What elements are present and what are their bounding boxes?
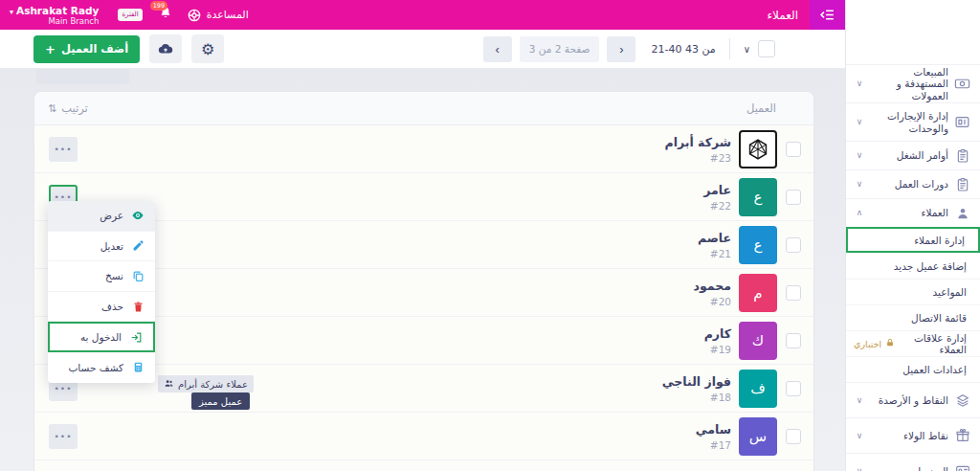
sidebar-item-work-cycles[interactable]: دورات العمل <box>846 169 980 198</box>
client-number: #23 <box>665 152 731 164</box>
copy-icon <box>131 269 145 282</box>
chevron-down-icon <box>854 179 865 190</box>
help-button[interactable]: المساعدة <box>187 8 249 23</box>
client-avatar: ع <box>739 178 777 216</box>
previous-page-button[interactable] <box>483 36 512 62</box>
next-page-button[interactable] <box>607 36 635 62</box>
beta-badge: اختباري <box>854 339 881 349</box>
calculator-icon <box>131 361 145 374</box>
sidebar-item-points-balances[interactable]: النقاط و الأرصدة <box>846 382 980 417</box>
sidebar-item-label: إدارة الإيجارات والوحدات <box>871 110 948 134</box>
menu-item-view[interactable]: عرض <box>48 201 155 232</box>
plan-badge[interactable]: الفترة <box>118 9 142 22</box>
client-name: شركة أبرام <box>665 135 731 149</box>
money-icon <box>954 76 970 92</box>
add-client-button[interactable]: أضف العميل <box>33 35 140 63</box>
client-avatar: م <box>739 274 777 312</box>
gift-icon <box>954 428 970 444</box>
row-checkbox[interactable] <box>786 285 801 301</box>
row-checkbox[interactable] <box>786 333 801 348</box>
select-all-checkbox[interactable] <box>758 40 775 57</box>
client-name: عامر <box>703 183 731 197</box>
toolbar: أضف العميل صفحة 2 من 3 21-40 من 43 <box>0 30 845 69</box>
client-name: سامي <box>696 422 731 437</box>
client-number: #21 <box>698 248 731 259</box>
user-menu[interactable]: Ashrakat Rady Main Branch <box>10 5 99 26</box>
cloud-upload-icon <box>157 40 174 57</box>
row-context-menu: عرض تعديل نسخ حذف <box>48 201 155 383</box>
client-avatar: ك <box>739 322 777 360</box>
client-name: محمود <box>694 279 731 293</box>
sidebar-item-label: المبيعات المستهدفة و العمولات <box>871 66 948 102</box>
menu-item-account-statement[interactable]: كشف حساب <box>48 352 155 383</box>
submenu-item-crm[interactable]: إدارة علاقات العملاء اختباري <box>846 330 980 356</box>
client-avatar: س <box>739 417 777 456</box>
branch-name: Main Branch <box>10 16 99 26</box>
select-all-caret-icon[interactable] <box>744 44 750 55</box>
menu-item-copy[interactable]: نسخ <box>48 261 155 292</box>
sidebar-item-label: دورات العمل <box>871 178 948 191</box>
client-name: عاصم <box>698 231 731 245</box>
submenu-item-client-settings[interactable]: إعدادات العميل <box>846 356 980 382</box>
submenu-item-add-client[interactable]: إضافة عميل جديد <box>846 253 980 279</box>
gear-icon <box>201 40 214 58</box>
row-checkbox[interactable] <box>786 237 801 253</box>
more-options-button[interactable] <box>49 137 78 162</box>
row-checkbox[interactable] <box>786 142 801 157</box>
submenu-item-contact-list[interactable]: قائمة الاتصال <box>846 304 980 330</box>
table-row[interactable]: شركة أبرام#23 <box>34 125 813 173</box>
client-number: #19 <box>704 344 731 355</box>
client-number: #20 <box>694 296 731 307</box>
client-logo <box>739 130 777 168</box>
menu-item-edit[interactable]: تعديل <box>48 232 155 262</box>
rentals-icon <box>954 114 970 130</box>
main-content: العميل ترتيب شركة أبرام#23 ع <box>0 69 845 471</box>
menu-item-delete[interactable]: حذف <box>48 292 155 323</box>
help-label: المساعدة <box>207 9 249 21</box>
clients-submenu: إدارة العملاء إضافة عميل جديد المواعيد ق… <box>846 227 980 382</box>
sidebar-item-memberships[interactable]: العضويات <box>846 453 980 471</box>
pencil-icon <box>131 239 145 253</box>
trash-icon <box>131 300 145 313</box>
more-options-button[interactable] <box>49 424 78 449</box>
sidebar-item-work-orders[interactable]: أوامر الشغل <box>846 141 980 169</box>
sidebar-item-label: العملاء <box>871 207 948 219</box>
submenu-item-manage-clients[interactable]: إدارة العملاء <box>846 227 980 253</box>
sort-column-header[interactable]: ترتيب <box>48 101 88 115</box>
settings-button[interactable] <box>191 34 224 63</box>
import-button[interactable] <box>149 34 182 63</box>
lock-icon <box>885 338 895 349</box>
client-number: #22 <box>703 200 731 212</box>
row-checkbox[interactable] <box>786 429 801 444</box>
sidebar: المبيعات المستهدفة و العمولات إدارة الإي… <box>845 0 980 471</box>
divider <box>729 38 730 59</box>
client-number: #18 <box>662 392 731 403</box>
sidebar-item-clients[interactable]: العملاء <box>846 198 980 227</box>
client-column-header: العميل <box>746 101 776 115</box>
sidebar-item-label: نقاط الولاء <box>871 430 948 442</box>
table-row[interactable]: س سامي#17 <box>34 413 813 460</box>
sidebar-item-target-sales[interactable]: المبيعات المستهدفة و العمولات <box>846 64 980 102</box>
client-avatar: ع <box>739 226 777 264</box>
app-window: المبيعات المستهدفة و العمولات إدارة الإي… <box>0 0 980 471</box>
clipboard-icon <box>954 147 970 164</box>
chevron-down-icon <box>854 78 865 89</box>
sidebar-item-label: النقاط و الأرصدة <box>871 394 948 407</box>
sidebar-item-rentals[interactable]: إدارة الإيجارات والوحدات <box>846 102 980 141</box>
chevron-down-icon <box>854 150 865 161</box>
notifications-button[interactable]: 199 <box>158 6 173 25</box>
page-indicator: صفحة 2 من 3 <box>520 36 600 62</box>
menu-item-login-as[interactable]: الدخول به <box>48 322 155 352</box>
person-icon <box>954 205 970 221</box>
chevron-up-icon <box>854 208 865 218</box>
submenu-item-appointments[interactable]: المواعيد <box>846 279 980 304</box>
sidebar-toggle-button[interactable] <box>810 0 845 30</box>
client-name: كارم <box>704 326 731 341</box>
row-checkbox[interactable] <box>786 190 801 205</box>
sidebar-item-loyalty-points[interactable]: نقاط الولاء <box>846 417 980 453</box>
chevron-down-icon <box>854 431 865 441</box>
chevron-down-icon <box>854 395 865 406</box>
sidebar-item-label: أوامر الشغل <box>871 149 948 162</box>
user-name: Ashrakat Rady <box>16 5 99 16</box>
row-checkbox[interactable] <box>786 381 801 396</box>
